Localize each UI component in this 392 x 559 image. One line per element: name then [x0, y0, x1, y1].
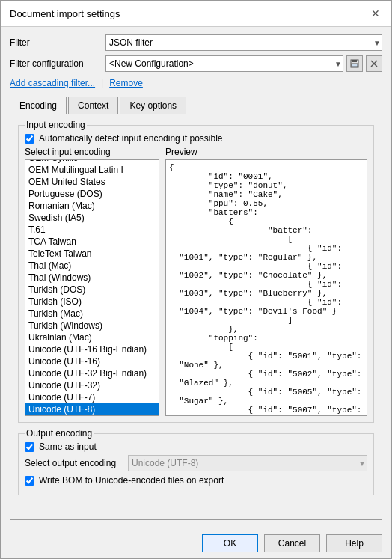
close-button[interactable]: ✕: [369, 7, 382, 20]
auto-detect-label: Automatically detect input encoding if p…: [39, 133, 222, 144]
encoding-list-item[interactable]: Swedish (IA5): [25, 212, 159, 224]
help-button[interactable]: Help: [326, 534, 382, 552]
write-bom-checkbox[interactable]: [25, 476, 34, 486]
same-as-input-checkbox[interactable]: [25, 442, 34, 452]
select-output-row: Select output encoding Unicode (UTF-8) ▼: [25, 455, 367, 471]
document-import-settings-window: Document import settings ✕ Filter JSON f…: [0, 0, 392, 559]
preview-col: Preview { "id": "0001", "type": "donut",…: [165, 147, 367, 416]
output-encoding-title: Output encoding: [25, 428, 94, 439]
write-bom-row: Write BOM to Unicode-encoded files on ex…: [25, 475, 367, 486]
main-content: Filter JSON filter ▼ Filter configuratio…: [1, 27, 391, 528]
input-encoding-title: Input encoding: [25, 120, 87, 130]
window-title: Document import settings: [10, 8, 120, 19]
encoding-list-item[interactable]: TCA Taiwan: [25, 236, 159, 248]
tab-panel-encoding: Input encoding Automatically detect inpu…: [10, 114, 382, 520]
encoding-list[interactable]: Korean (Mac)Korean WansungLatin 3 (ISO)L…: [25, 159, 159, 416]
filter-config-row: Filter configuration <New Configuration>…: [10, 55, 382, 72]
tab-encoding[interactable]: Encoding: [10, 97, 67, 114]
encoding-list-item[interactable]: Thai (Mac): [25, 260, 159, 272]
encoding-two-col: Select input encoding Korean (Mac)Korean…: [25, 147, 367, 416]
tab-strip: Encoding Context Key options: [10, 96, 382, 114]
encoding-list-item[interactable]: Ukrainian (Mac): [25, 332, 159, 343]
encoding-list-item[interactable]: TeleText Taiwan: [25, 248, 159, 260]
ok-label: OK: [224, 538, 236, 549]
preview-box: { "id": "0001", "type": "donut", "name":…: [165, 159, 367, 416]
input-encoding-group: Input encoding Automatically detect inpu…: [18, 125, 374, 423]
title-bar: Document import settings ✕: [1, 1, 391, 27]
output-encoding-select[interactable]: Unicode (UTF-8): [128, 455, 367, 471]
encoding-list-item[interactable]: Portuguese (DOS): [25, 188, 159, 200]
ok-button[interactable]: OK: [202, 534, 258, 552]
link-separator: |: [101, 78, 103, 88]
encoding-list-item[interactable]: Turkish (DOS): [25, 284, 159, 296]
output-encoding-group: Output encoding Same as input Select out…: [18, 433, 374, 495]
save-config-button[interactable]: [346, 55, 363, 72]
same-as-input-row: Same as input: [25, 442, 367, 452]
auto-detect-row: Automatically detect input encoding if p…: [25, 133, 367, 144]
encoding-list-item[interactable]: Turkish (Mac): [25, 308, 159, 320]
help-label: Help: [345, 538, 364, 549]
same-as-input-label: Same as input: [39, 442, 97, 452]
cancel-button[interactable]: Cancel: [264, 534, 320, 552]
filter-config-select[interactable]: <New Configuration>: [105, 55, 343, 72]
encoding-list-item[interactable]: Unicode (UTF-7): [25, 391, 159, 403]
encoding-list-item[interactable]: T.61: [25, 224, 159, 236]
write-bom-label: Write BOM to Unicode-encoded files on ex…: [39, 475, 224, 486]
filter-select-wrapper: JSON filter ▼: [105, 34, 382, 51]
bottom-bar: OK Cancel Help: [1, 528, 391, 558]
filter-select[interactable]: JSON filter: [105, 34, 382, 51]
cancel-label: Cancel: [278, 538, 306, 549]
encoding-list-item[interactable]: Thai (Windows): [25, 272, 159, 284]
encoding-list-item[interactable]: OEM Multilingual Latin I: [25, 164, 159, 176]
delete-config-button[interactable]: [366, 55, 382, 72]
filter-config-select-wrapper: <New Configuration> ▼: [105, 55, 382, 72]
auto-detect-checkbox[interactable]: [25, 134, 34, 144]
tab-context[interactable]: Context: [68, 97, 118, 114]
encoding-list-item[interactable]: Unicode (UTF-16 Big-Endian): [25, 343, 159, 355]
encoding-list-item[interactable]: Unicode (UTF-16): [25, 355, 159, 367]
remove-link[interactable]: Remove: [109, 78, 143, 88]
encoding-list-item[interactable]: Unicode (UTF-32): [25, 379, 159, 391]
select-encoding-label: Select input encoding: [25, 147, 159, 157]
svg-rect-2: [352, 64, 358, 67]
filter-row: Filter JSON filter ▼: [10, 34, 382, 51]
select-output-label: Select output encoding: [25, 458, 122, 468]
encoding-list-item[interactable]: OEM United States: [25, 176, 159, 188]
output-encoding-select-wrapper: Unicode (UTF-8) ▼: [128, 455, 367, 471]
filter-config-label: Filter configuration: [10, 58, 99, 69]
tab-key-options[interactable]: Key options: [120, 97, 186, 114]
links-row: Add cascading filter... | Remove: [10, 76, 382, 90]
encoding-list-col: Select input encoding Korean (Mac)Korean…: [25, 147, 159, 416]
encoding-list-item[interactable]: Turkish (ISO): [25, 296, 159, 308]
encoding-list-item[interactable]: Turkish (Windows): [25, 320, 159, 332]
encoding-list-item[interactable]: Unicode (UTF-8): [25, 403, 159, 415]
svg-rect-1: [352, 60, 357, 62]
encoding-list-item[interactable]: Romanian (Mac): [25, 200, 159, 212]
filter-label: Filter: [10, 37, 99, 48]
preview-label: Preview: [165, 147, 367, 157]
add-cascading-filter-link[interactable]: Add cascading filter...: [10, 78, 95, 88]
encoding-list-item[interactable]: Unicode (UTF-32 Big-Endian): [25, 367, 159, 379]
